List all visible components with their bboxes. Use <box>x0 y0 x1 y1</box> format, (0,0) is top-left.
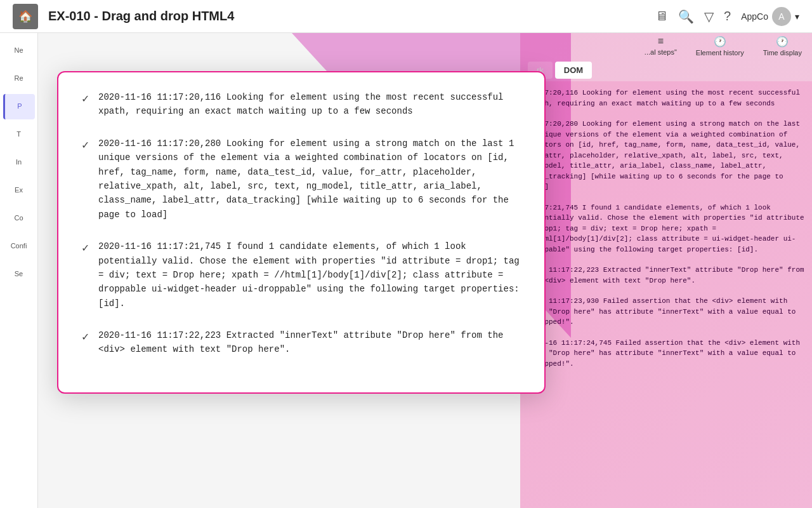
sidebar-item-se[interactable]: Se <box>3 262 35 287</box>
right-log-entry-5: 1-16 11:17:23,930 Failed assertion that … <box>528 296 804 328</box>
element-history-label: Element history <box>696 49 744 57</box>
right-log-panel[interactable]: 11:17:20,116 Looking for element using t… <box>520 81 812 508</box>
log-text-1: 2020-11-16 11:17:20,116 Looking for elem… <box>98 90 521 119</box>
right-log-entry-3: 11:17:21,745 I found 1 candidate element… <box>528 203 804 255</box>
right-log-entry-6: 0-11-16 11:17:24,745 Failed assertion th… <box>528 338 804 370</box>
sidebar-item-ex[interactable]: Ex <box>3 178 35 203</box>
time-display-tool[interactable]: 🕐 Time display <box>763 36 802 57</box>
check-icon-3: ✓ <box>81 241 89 311</box>
right-log-entry-2: 11:17:20,280 Looking for element using a… <box>528 119 804 192</box>
right-log-entry-1: 11:17:20,116 Looking for element using t… <box>528 88 804 109</box>
element-history-tool[interactable]: 🕐 Element history <box>696 36 744 57</box>
user-menu[interactable]: AppCo A ▾ <box>741 7 799 26</box>
sidebar-item-p[interactable]: P <box>3 94 35 119</box>
avatar: A <box>772 7 791 26</box>
sidebar-item-t[interactable]: T <box>3 122 35 147</box>
log-entry-3: ✓ 2020-11-16 11:17:21,745 I found 1 cand… <box>81 239 521 311</box>
sidebar-item-in[interactable]: In <box>3 150 35 175</box>
log-entry-2: ✓ 2020-11-16 11:17:20,280 Looking for el… <box>81 137 521 222</box>
check-icon-1: ✓ <box>81 91 89 119</box>
log-text-4: 2020-11-16 11:17:22,223 Extracted "inner… <box>98 328 521 357</box>
header: 🏠 EX-010 - Drag and drop HTML4 🖥 🔍 ▽ ? A… <box>0 0 812 33</box>
content-area: ≡ ...al steps" 🕐 Element history 🕐 Time … <box>38 33 812 508</box>
help-icon[interactable]: ? <box>724 9 731 23</box>
home-button[interactable]: 🏠 <box>13 4 38 29</box>
page-title: EX-010 - Drag and drop HTML4 <box>48 9 645 23</box>
tabs-bar: rk DOM <box>520 58 812 81</box>
sidebar-item-ne[interactable]: Ne <box>3 38 35 64</box>
time-display-icon: 🕐 <box>776 36 789 48</box>
main-layout: Ne Re P T In Ex Co Confi Se ≡ ...al step… <box>0 33 812 508</box>
element-history-icon: 🕐 <box>714 36 726 48</box>
log-entry-4: ✓ 2020-11-16 11:17:22,223 Extracted "inn… <box>81 328 521 357</box>
user-label: AppCo <box>741 11 768 22</box>
right-panel-header: ≡ ...al steps" 🕐 Element history 🕐 Time … <box>520 33 812 58</box>
sidebar-item-co[interactable]: Co <box>3 206 35 231</box>
log-text-3: 2020-11-16 11:17:21,745 I found 1 candid… <box>98 239 521 311</box>
chevron-down-icon: ▾ <box>795 11 799 22</box>
log-text-2: 2020-11-16 11:17:20,280 Looking for elem… <box>98 137 521 222</box>
time-display-label: Time display <box>763 49 802 57</box>
check-icon-2: ✓ <box>81 138 89 222</box>
header-icons: 🖥 🔍 ▽ ? AppCo A ▾ <box>655 7 799 26</box>
sidebar: Ne Re P T In Ex Co Confi Se <box>0 33 38 508</box>
log-entry-1: ✓ 2020-11-16 11:17:20,116 Looking for el… <box>81 90 521 119</box>
filter-icon[interactable]: ▽ <box>704 9 714 24</box>
right-log-entry-4: 1-16 11:17:22,223 Extracted "innerText" … <box>528 265 804 286</box>
popup-card[interactable]: ✓ 2020-11-16 11:17:20,116 Looking for el… <box>57 71 546 394</box>
steps-label: ...al steps" <box>645 48 677 56</box>
monitor-icon[interactable]: 🖥 <box>655 9 668 23</box>
check-icon-4: ✓ <box>81 330 89 357</box>
tab-dom[interactable]: DOM <box>555 62 592 79</box>
steps-icon: ≡ <box>658 36 664 47</box>
search-icon[interactable]: 🔍 <box>678 9 694 24</box>
sidebar-item-re[interactable]: Re <box>3 66 35 91</box>
sidebar-item-confi[interactable]: Confi <box>3 234 35 259</box>
steps-tool[interactable]: ≡ ...al steps" <box>645 36 677 56</box>
